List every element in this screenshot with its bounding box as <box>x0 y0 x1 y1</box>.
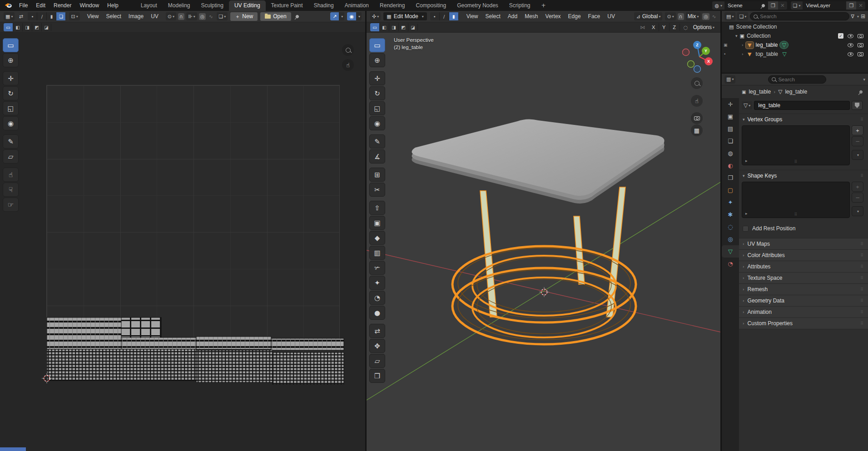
mirror-axis-button[interactable]: Y <box>659 23 670 31</box>
viewport-tool-button-inset-faces[interactable]: ▣ <box>369 216 385 230</box>
uv-selection-mode-uv-edge-mode[interactable]: ∕ <box>37 12 47 20</box>
properties-tab-tab-output[interactable]: ▤ <box>722 123 739 135</box>
scene-selector[interactable]: ◍▾ Scene ❐ ✕ <box>712 1 787 10</box>
workspace-tab[interactable]: Shading <box>308 0 339 11</box>
viewport-editor-type-button[interactable]: ✣▾ <box>370 12 381 20</box>
uv-menu[interactable]: Image <box>125 13 147 20</box>
viewport-menu[interactable]: Add <box>504 13 521 20</box>
viewport-tool-button-loop-cut[interactable]: ▥ <box>369 246 385 260</box>
expand-chevron-icon[interactable]: ▾ <box>735 34 738 38</box>
viewport-menu[interactable]: Mesh <box>521 13 541 20</box>
uv-selection-mode-uv-vertex-mode[interactable]: ∙ <box>28 12 37 20</box>
shape-keys-list[interactable]: ▸ ⠿ <box>742 182 850 218</box>
uv-select-op-select-extend[interactable]: ◧ <box>13 23 23 31</box>
properties-tab-tab-view-layer[interactable]: ❏ <box>722 135 739 147</box>
properties-search-input[interactable] <box>778 77 823 82</box>
falloff-icon[interactable]: ∿ <box>710 14 718 20</box>
viewport-tool-button-rip-region[interactable]: ❒ <box>369 369 385 383</box>
new-image-button[interactable]: ＋New <box>230 12 258 21</box>
outliner-search-input[interactable] <box>760 14 845 19</box>
mesh-id-type-button[interactable]: ▽▾ <box>742 101 752 109</box>
hide-eye-icon[interactable] <box>848 43 853 47</box>
uv-gizmos-toggle[interactable]: ↗▾ <box>330 12 344 20</box>
uv-tool-button-transform[interactable]: ◉ <box>3 116 19 130</box>
uv-pan-hand-icon[interactable]: ☝ <box>342 59 354 71</box>
properties-tab-tab-render[interactable]: ▣ <box>722 110 739 123</box>
viewport-camera-view-icon[interactable] <box>691 112 703 124</box>
viewport-menu[interactable]: Select <box>481 13 504 20</box>
disable-render-camera-icon[interactable] <box>858 34 863 38</box>
workspace-tab[interactable]: Animation <box>339 0 374 11</box>
mirror-axis-button[interactable]: Z <box>670 23 680 31</box>
open-image-button[interactable]: Open <box>260 12 291 21</box>
uv-tool-button-rotate[interactable]: ↻ <box>3 86 19 100</box>
viewport-menu[interactable]: Edge <box>565 13 585 20</box>
uv-sticky-selection-button[interactable]: ⊡▾ <box>69 12 79 20</box>
disable-render-camera-icon[interactable] <box>858 43 863 47</box>
breadcrumb-object[interactable]: leg_table <box>749 89 771 95</box>
outliner-filter-icon[interactable]: ∇ <box>851 14 854 20</box>
add-rest-position-checkbox[interactable] <box>743 226 749 232</box>
workspace-tab[interactable]: Compositing <box>410 0 451 11</box>
uv-falloff-icon[interactable]: ∿ <box>207 14 215 20</box>
pivot-dropdown[interactable]: ⊙▾ <box>665 12 675 20</box>
viewport-menu[interactable]: View <box>463 13 482 20</box>
vertex-groups-panel-header[interactable]: ▾Vertex Groups⠿ <box>739 114 868 124</box>
uv-overlays-toggle[interactable]: ◉▾ <box>347 12 362 20</box>
workspace-tab[interactable]: Scripting <box>504 0 536 11</box>
properties-tab-tab-constraints[interactable]: ◎ <box>722 233 739 245</box>
viewport-tool-button-rotate[interactable]: ↻ <box>369 86 385 100</box>
shape-key-specials-button[interactable]: ▾ <box>852 206 863 216</box>
viewport-tool-button-spin[interactable]: ◔ <box>369 291 385 305</box>
uv-pivot-button[interactable]: ⊙▾ <box>166 12 176 20</box>
viewport-tool-button-scale[interactable]: ◱ <box>369 101 385 115</box>
collection-checkbox[interactable]: ✓ <box>838 33 843 39</box>
viewlayer-selector[interactable]: ❏▾ ViewLayer ❐ ✕ <box>791 1 865 10</box>
workspace-tab[interactable]: UV Editing <box>229 0 266 11</box>
properties-tab-tab-particles[interactable]: ✱ <box>722 208 739 221</box>
new-scene-icon[interactable]: ❐ <box>771 3 775 9</box>
uv-select-op-select-subtract[interactable]: ◨ <box>23 23 32 31</box>
collapsed-panel-header[interactable]: ›Geometry Data⠿ <box>739 295 868 307</box>
viewport-pan-hand-icon[interactable]: ☝ <box>691 95 703 107</box>
hide-eye-icon[interactable] <box>848 34 853 38</box>
viewport-select-op-select-invert[interactable]: ◩ <box>399 23 408 31</box>
expand-chevron-icon[interactable]: › <box>742 43 744 47</box>
uv-space[interactable] <box>46 85 340 378</box>
uv-image-browse-button[interactable]: ❏▾ <box>217 12 228 20</box>
workspace-tab[interactable]: Layout <box>135 0 163 11</box>
properties-tab-tab-scene[interactable]: ◍ <box>722 147 739 159</box>
properties-tab-tab-material[interactable]: ◔ <box>722 258 739 270</box>
uv-tool-button-pinch[interactable]: ☞ <box>3 198 19 212</box>
viewport-tool-button-knife-bisect[interactable]: ✂ <box>369 183 385 197</box>
vertex-group-specials-button[interactable]: ▾ <box>852 150 863 160</box>
viewport-tool-button-shrink-fatten[interactable]: ✥ <box>369 339 385 353</box>
proportional-edit-icon[interactable]: ◎ <box>702 13 709 20</box>
collapsed-panel-header[interactable]: ›Texture Space⠿ <box>739 273 868 284</box>
uv-selection-mode-uv-face-mode[interactable]: ▮ <box>47 12 56 20</box>
viewport-select-op-select-subtract[interactable]: ◨ <box>389 23 399 31</box>
uv-tool-button-move[interactable]: ✛ <box>3 71 19 85</box>
blender-logo-icon[interactable] <box>5 3 12 8</box>
snap-magnet-icon[interactable]: ∩ <box>678 13 684 20</box>
breadcrumb-data[interactable]: leg_table <box>785 89 807 95</box>
uv-sync-selection-icon[interactable]: ⇄ <box>16 14 25 20</box>
uv-snap-icon[interactable]: ∩ <box>178 13 184 20</box>
mesh-name-field[interactable]: leg_table <box>754 101 850 110</box>
uv-menu[interactable]: Select <box>102 13 124 20</box>
collapsed-panel-header[interactable]: ›UV Maps⠿ <box>739 238 868 250</box>
uv-tool-button-annotate[interactable]: ✎ <box>3 134 19 149</box>
uv-tool-button-scale[interactable]: ◱ <box>3 101 19 115</box>
orientation-dropdown[interactable]: ⊿Global▾ <box>634 12 662 20</box>
uv-selection-mode-uv-island-mode[interactable]: ❏ <box>56 12 66 20</box>
viewport-tool-button-select-box[interactable]: ▭ <box>369 38 385 52</box>
viewport-menu[interactable]: Vertex <box>542 13 565 20</box>
pin-id-icon[interactable] <box>859 89 863 94</box>
collapsed-panel-header[interactable]: ›Animation⠿ <box>739 307 868 318</box>
uv-tool-button-relax[interactable]: ☟ <box>3 183 19 197</box>
viewport-select-op-select-extend[interactable]: ◧ <box>380 23 389 31</box>
uv-tool-button-cursor[interactable]: ⊕ <box>3 53 19 67</box>
properties-tab-tab-collection[interactable]: ❒ <box>722 172 739 184</box>
properties-tab-tab-modifiers[interactable]: ✦ <box>722 196 739 208</box>
outliner-display-mode-button[interactable]: ❏▾ <box>737 12 748 20</box>
